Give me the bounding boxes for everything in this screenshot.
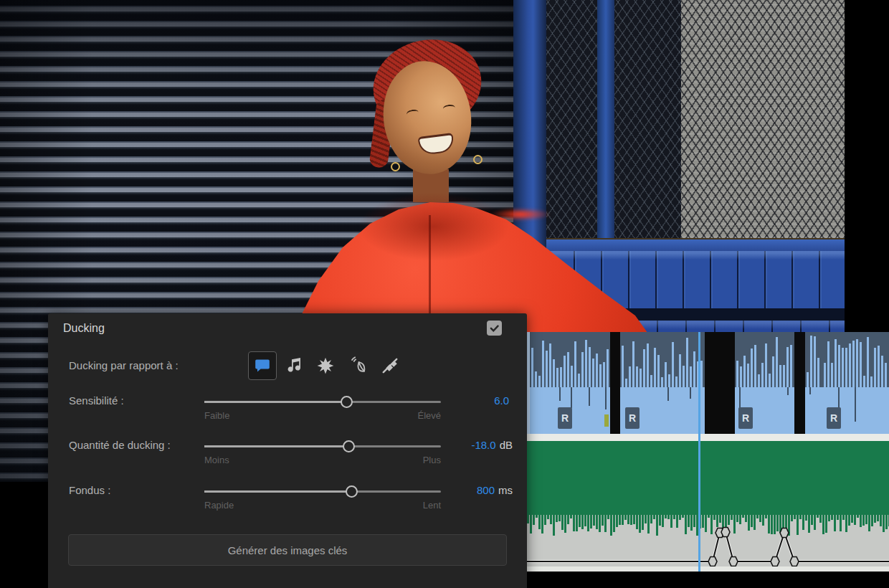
duck-amount-value[interactable]: -18.0dB — [471, 439, 513, 451]
fades-label: Fondus : — [69, 484, 110, 496]
earring — [473, 155, 482, 164]
slider-fill — [204, 401, 346, 403]
timeline-panel: RRRR — [527, 332, 889, 572]
screenshot-canvas: RRRR Ducking Ducking par rapport à : — [0, 0, 889, 588]
max-label: Élevé — [417, 410, 441, 421]
music-audio-track — [527, 441, 889, 566]
max-label: Lent — [423, 500, 441, 511]
earring — [391, 162, 400, 171]
clip-marker — [604, 414, 609, 427]
audio-clip[interactable] — [805, 332, 822, 434]
min-label: Moins — [204, 455, 229, 465]
playhead[interactable] — [698, 332, 700, 572]
record-badge: R — [738, 407, 753, 429]
record-badge: R — [827, 407, 841, 429]
music-icon[interactable] — [280, 351, 308, 380]
panel-title: Ducking — [63, 322, 105, 335]
lens-flare — [490, 208, 551, 221]
check-icon — [489, 323, 500, 333]
track-divider — [527, 434, 889, 441]
duck-amount-label: Quantité de ducking : — [69, 439, 171, 451]
audio-clip[interactable] — [527, 332, 558, 434]
duck-amount-slider-handle[interactable] — [343, 440, 355, 452]
generate-keyframes-button[interactable]: Générer des images clés — [68, 534, 507, 566]
ducking-enabled-checkbox[interactable] — [487, 321, 502, 336]
audio-clip[interactable]: R — [620, 332, 705, 434]
fades-value[interactable]: 800ms — [477, 484, 513, 496]
audio-clip[interactable]: R — [822, 332, 889, 434]
sensitivity-label: Sensibilité : — [69, 394, 124, 407]
ambience-icon[interactable] — [343, 351, 372, 380]
track-bottom-edge — [527, 566, 889, 572]
min-label: Faible — [204, 410, 229, 421]
slider-fill — [204, 445, 348, 447]
min-label: Rapide — [204, 500, 234, 511]
audio-clip[interactable]: R — [555, 332, 610, 434]
sensitivity-slider[interactable] — [204, 401, 441, 403]
fades-slider[interactable] — [204, 490, 441, 493]
ducking-panel: Ducking Ducking par rapport à : — [48, 313, 527, 588]
sensitivity-value[interactable]: 6.0 — [494, 394, 513, 407]
target-row-label: Ducking par rapport à : — [69, 359, 179, 371]
record-badge: R — [558, 407, 572, 429]
sensitivity-slider-handle[interactable] — [341, 396, 353, 408]
untagged-icon[interactable] — [376, 351, 404, 380]
max-label: Plus — [423, 455, 441, 465]
hood-shadow — [358, 192, 509, 261]
dialogue-audio-track: RRRR — [527, 332, 889, 434]
volume-envelope[interactable] — [527, 441, 889, 566]
audio-clip[interactable]: R — [735, 332, 794, 434]
fades-slider-handle[interactable] — [346, 485, 358, 498]
sfx-icon[interactable] — [311, 351, 340, 380]
dialogue-icon[interactable] — [248, 351, 277, 380]
record-badge: R — [625, 407, 640, 429]
duck-amount-slider[interactable] — [204, 445, 441, 447]
slider-fill — [204, 490, 351, 493]
